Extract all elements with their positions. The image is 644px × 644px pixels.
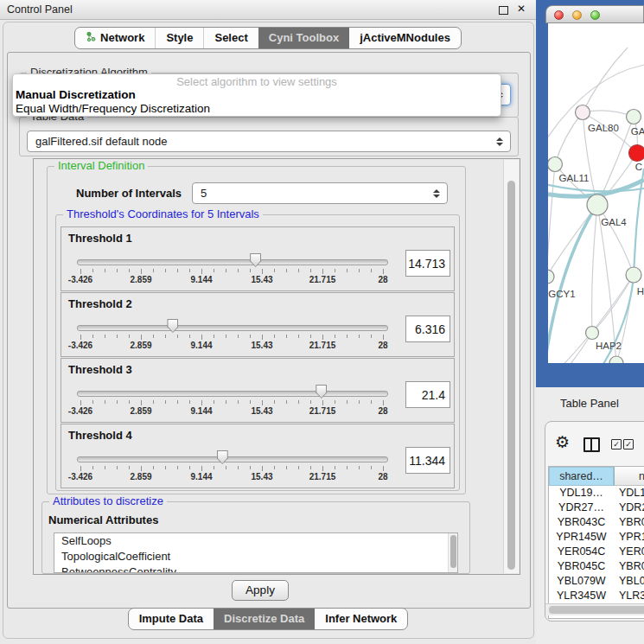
column-header-name[interactable]: na (615, 467, 644, 486)
network-node-gal80[interactable] (576, 105, 590, 120)
threshold-panel-3: Threshold 3-3.4262.8599.14415.4321.71528… (61, 358, 455, 423)
list-scrollbar[interactable] (448, 533, 457, 572)
slider-track[interactable] (77, 325, 388, 331)
slider-track[interactable] (77, 456, 388, 462)
network-node-gcy1[interactable] (548, 270, 554, 284)
mac-close-icon[interactable] (554, 10, 564, 20)
slider-tick (262, 466, 263, 471)
slider-tick-label: 21.715 (309, 341, 336, 350)
attribute-list-item[interactable]: TopologicalCoefficient (54, 549, 457, 564)
table-row[interactable]: YPR145WYPR1 (549, 530, 644, 545)
slider-tick (117, 335, 118, 338)
gear-icon[interactable]: ⚙ (555, 434, 570, 450)
numerical-attributes-list[interactable]: SelfLoopsTopologicalCoefficientBetweenne… (54, 532, 458, 573)
table-row[interactable]: YDL19…YDL1 (549, 486, 644, 501)
attributes-group-label: Attributes to discretize (49, 494, 167, 507)
attribute-list-item[interactable]: BetweennessCentrality (54, 564, 457, 573)
network-edge[interactable] (597, 205, 616, 363)
threshold-value-field[interactable]: 11.344 (405, 447, 450, 474)
number-of-intervals-combobox[interactable]: 5 (192, 182, 448, 204)
cell-shared-name: YDR27… (549, 501, 614, 515)
horizontal-scrollbar-thumb[interactable] (549, 606, 644, 614)
slider-tick (298, 466, 299, 469)
horizontal-scrollbar[interactable] (545, 603, 644, 615)
threshold-value-field[interactable]: 21.4 (405, 381, 450, 408)
column-header-shared-name[interactable]: shared… (549, 467, 615, 486)
cell-shared-name: YDL19… (549, 486, 614, 501)
threshold-panel-1: Threshold 1-3.4262.8599.14415.4321.71528… (61, 226, 455, 291)
vertical-scrollbar[interactable] (503, 160, 519, 573)
table-row[interactable]: YBR045CYBR0 (549, 559, 644, 574)
cell-name: YBL0 (614, 574, 644, 589)
cell-shared-name: YPR145W (549, 530, 614, 545)
slider-tick (383, 400, 384, 405)
slider-tick (335, 269, 335, 272)
tab-select[interactable]: Select (203, 28, 258, 48)
slider-tick-label: -3.426 (68, 472, 92, 481)
slider-tick (129, 269, 130, 272)
apply-button[interactable]: Apply (232, 580, 289, 601)
dropdown-item-equal-width[interactable]: Equal Width/Frequency Discretization (16, 102, 210, 116)
checkbox-icon[interactable]: ✓ (623, 439, 634, 450)
network-node-c[interactable] (629, 145, 644, 162)
attribute-list-item[interactable]: SelfLoops (54, 533, 457, 549)
slider-track[interactable] (77, 259, 388, 265)
network-node-label: GAL4 (601, 217, 627, 227)
slider-tick (141, 400, 142, 405)
mac-zoom-icon[interactable] (590, 10, 600, 20)
table-row[interactable]: YBL079WYBL0 (549, 574, 644, 589)
slider-tick (286, 335, 287, 338)
slider-tick (92, 269, 93, 272)
slider-tick (129, 400, 130, 404)
close-icon[interactable]: ✕ (517, 3, 526, 15)
table-row[interactable]: YDR27…YDR2 (549, 501, 644, 515)
network-edge[interactable] (555, 112, 583, 164)
slider-tick (347, 400, 348, 404)
vertical-scrollbar-thumb[interactable] (507, 181, 515, 570)
control-panel-titlebar[interactable]: Control Panel ✕ (0, 0, 536, 20)
network-node[interactable] (609, 356, 623, 363)
slider-tick-label: 9.144 (190, 406, 212, 416)
tab-style[interactable]: Style (155, 28, 203, 48)
table-data-combobox[interactable]: galFiltered.sif default node (27, 131, 511, 152)
network-canvas[interactable]: GAL80GACGAL11GAL4GCY1HHAP2 (548, 23, 644, 363)
table-row[interactable]: YBR043CYBR0 (549, 515, 644, 530)
checkbox-icon[interactable]: ✓ (611, 439, 622, 450)
combo-arrows-icon (433, 189, 440, 198)
network-node-h[interactable] (626, 267, 641, 283)
network-node-ga[interactable] (627, 110, 641, 124)
tab-network[interactable]: Network (75, 28, 155, 48)
tab-discretize-data[interactable]: Discretize Data (214, 609, 315, 629)
table-row[interactable]: YER054CYER0 (549, 545, 644, 559)
mac-minimize-icon[interactable] (572, 10, 582, 20)
slider-tick-label: 28 (378, 341, 387, 350)
table-row[interactable]: YLR345WYLR3 (549, 589, 644, 603)
network-window-titlebar[interactable] (545, 5, 644, 23)
list-scrollbar-thumb[interactable] (450, 535, 456, 568)
tab-infer-network[interactable]: Infer Network (315, 609, 407, 629)
float-window-icon[interactable] (499, 6, 508, 15)
tab-cyni-toolbox[interactable]: Cyni Toolbox (258, 28, 349, 48)
threshold-value-field[interactable]: 14.713 (405, 250, 450, 277)
threshold-value-field[interactable]: 6.316 (405, 316, 450, 342)
tab-jactivemnodules[interactable]: jActiveMNodules (349, 28, 461, 48)
dropdown-item-manual-discretization[interactable]: Manual Discretization (16, 88, 136, 102)
network-node-hap2[interactable] (586, 327, 599, 340)
network-edge[interactable] (592, 205, 597, 333)
node-table: shared… na YDL19…YDL1YDR27…YDR2YBR043CYB… (548, 466, 644, 619)
columns-icon[interactable] (583, 437, 600, 452)
tab-impute-data[interactable]: Impute Data (129, 609, 214, 629)
slider-tick (238, 335, 239, 338)
network-edge[interactable] (548, 164, 555, 277)
network-node-gal11[interactable] (548, 157, 563, 172)
slider-tick (189, 466, 190, 469)
control-panel-title: Control Panel (7, 0, 73, 19)
cell-name: YBR0 (614, 515, 644, 530)
slider-tick (347, 466, 348, 469)
slider-track[interactable] (77, 391, 388, 397)
slider-tick (201, 335, 202, 340)
network-edge[interactable] (548, 333, 592, 363)
slider-tick (226, 269, 226, 272)
network-node-gal4[interactable] (587, 194, 608, 215)
slider-tick (359, 466, 360, 469)
